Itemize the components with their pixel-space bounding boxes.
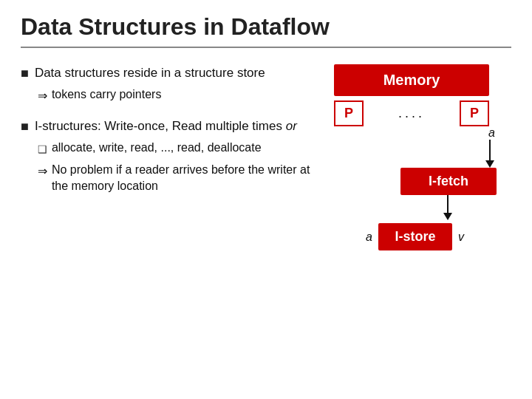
bullet-2-or: or [286, 119, 297, 133]
istore-box: I-store [378, 223, 452, 250]
bullet-dot-2: ■ [21, 119, 29, 134]
bullet-2-sub-arrow: ⇒ No problem if a reader arrives before … [38, 162, 312, 195]
arrow-to-istore [334, 195, 497, 220]
arrow-line-1 [489, 140, 491, 160]
arrow-symbol-1: ⇒ [38, 87, 47, 104]
ifetch-section: I-fetch [334, 168, 497, 195]
bullet-dot-1: ■ [21, 66, 29, 81]
arrow-head-1 [485, 160, 494, 168]
mem-dots: .... [398, 106, 425, 121]
bullet-1-text: Data structures reside in a structure st… [35, 66, 265, 80]
sub-q-text: allocate, write, read, ..., read, deallo… [52, 140, 262, 157]
bullet-1-content: Data structures reside in a structure st… [35, 64, 265, 104]
left-column: ■ Data structures reside in a structure … [21, 64, 312, 250]
bullet-2-text1: I-structures: Write-once, Read multiple … [35, 119, 286, 133]
arrow-head-2 [443, 213, 452, 220]
label-v: v [458, 231, 471, 244]
arrow-line-2 [447, 195, 449, 213]
memory-row: P .... P [334, 100, 489, 126]
right-diagram: Memory P .... P a I-fetch [327, 64, 511, 250]
memory-box: Memory [334, 64, 489, 96]
label-a2: a [359, 231, 372, 244]
label-a: a [488, 126, 497, 140]
arrow-to-ifetch: a I-fetch [334, 126, 497, 195]
p-left-box: P [334, 100, 364, 126]
istore-section: a I-store v [334, 223, 497, 250]
bullet-1-sub-text: tokens carry pointers [52, 86, 162, 103]
bullet-2: ■ I-structures: Write-once, Read multipl… [21, 117, 312, 195]
sub-bullet-dot: ❑ [38, 142, 47, 157]
bullet-2-content: I-structures: Write-once, Read multiple … [35, 117, 312, 195]
bullet-2-arrow-text: No problem if a reader arrives before th… [52, 162, 312, 195]
content-area: ■ Data structures reside in a structure … [21, 64, 511, 250]
bullet-1-sub: ⇒ tokens carry pointers [38, 86, 265, 104]
ifetch-box: I-fetch [400, 168, 497, 195]
p-right-box: P [460, 100, 489, 126]
bullet-2-sub-q: ❑ allocate, write, read, ..., read, deal… [38, 140, 312, 157]
slide: Data Structures in Dataflow ■ Data struc… [0, 0, 532, 399]
bullet-1: ■ Data structures reside in a structure … [21, 64, 312, 104]
arrow-symbol-2: ⇒ [38, 163, 47, 180]
slide-title: Data Structures in Dataflow [21, 13, 511, 48]
